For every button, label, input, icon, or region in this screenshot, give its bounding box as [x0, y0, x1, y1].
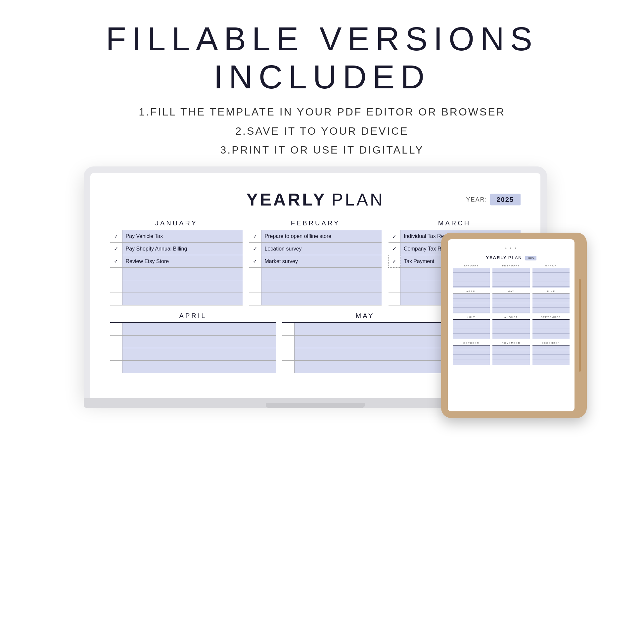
table-row [110, 360, 276, 373]
table-row [110, 323, 276, 335]
tablet: • • • YEARLY PLAN 2025 JANUARY FEBRUARY [441, 233, 587, 418]
item-cell-empty [122, 348, 276, 360]
step-1: 1.FILL THE TEMPLATE IN YOUR PDF EDITOR O… [0, 103, 644, 122]
check-cell: ✓ [110, 255, 122, 268]
check-cell-empty [110, 323, 122, 335]
may-table [282, 322, 448, 373]
tablet-wrapper: • • • YEARLY PLAN 2025 JANUARY FEBRUARY [441, 233, 587, 418]
table-row [110, 293, 243, 305]
item-cell-empty [294, 335, 448, 348]
tablet-month-feb: FEBRUARY [492, 264, 529, 288]
table-row [282, 323, 448, 335]
header: FILLABLE VERSIONS INCLUDED 1.FILL THE TE… [0, 0, 644, 166]
year-value: 2025 [490, 194, 521, 205]
plan-label: PLAN [332, 190, 385, 209]
yearly-label: YEARLY [247, 190, 327, 209]
tablet-month-apr: APRIL [453, 290, 490, 313]
table-row [110, 348, 276, 360]
check-cell-empty [389, 268, 400, 280]
table-row [110, 335, 276, 348]
item-cell: Location survey [261, 243, 382, 255]
item-cell-empty [122, 360, 276, 373]
tablet-side [578, 239, 582, 411]
table-row: ✓ Pay Shopify Annual Billing [110, 243, 243, 255]
table-row [282, 335, 448, 348]
tablet-month-mar: MARCH [532, 264, 570, 288]
step-2: 2.SAVE IT TO YOUR DEVICE [0, 122, 644, 141]
check-cell: ✓ [389, 243, 400, 255]
tablet-month-jun: JUNE [532, 290, 570, 313]
tablet-months-grid: JANUARY FEBRUARY MARCH [453, 264, 570, 365]
table-row: ✓ Market survey [249, 255, 382, 268]
tablet-month-dec: DECEMBER [532, 342, 570, 365]
step-3: 3.PRINT IT OR USE IT DIGITALLY [0, 141, 644, 160]
check-cell: ✓ [110, 243, 122, 255]
tablet-month-sep: SEPTEMBER [532, 316, 570, 339]
april-column: APRIL [110, 312, 276, 373]
table-row [282, 348, 448, 360]
tablet-month-jan: JANUARY [453, 264, 490, 288]
item-cell-empty [122, 268, 243, 280]
steps: 1.FILL THE TEMPLATE IN YOUR PDF EDITOR O… [0, 103, 644, 160]
tablet-plan: PLAN [508, 255, 522, 260]
february-title: FEBRUARY [249, 219, 382, 227]
item-cell-empty [294, 348, 448, 360]
table-row: ✓ Location survey [249, 243, 382, 255]
check-cell-empty [110, 360, 122, 373]
check-cell-empty [110, 335, 122, 348]
check-cell-empty [110, 293, 122, 305]
check-cell-empty [389, 280, 400, 293]
january-table: ✓ Pay Vehicle Tax ✓ Pay Shopify Annual B… [110, 230, 243, 306]
item-cell-empty [122, 293, 243, 305]
check-cell-empty [282, 335, 294, 348]
check-cell-empty [249, 268, 261, 280]
year-label: YEAR: [466, 196, 487, 203]
check-cell-empty [249, 293, 261, 305]
may-column: MAY [282, 312, 448, 373]
april-title: APRIL [110, 312, 276, 320]
tablet-stylus [579, 279, 581, 372]
tablet-month-jul: JULY [453, 316, 490, 339]
yearly-plan-header: YEARLY PLAN YEAR: 2025 [110, 190, 521, 209]
check-cell-empty [389, 293, 400, 305]
item-cell-empty [261, 293, 382, 305]
table-row [110, 280, 243, 293]
january-column: JANUARY ✓ Pay Vehicle Tax ✓ Pay Shopify … [110, 219, 243, 306]
item-cell-empty [294, 323, 448, 335]
table-row: ✓ Pay Vehicle Tax [110, 230, 243, 243]
item-cell: Review Etsy Store [122, 255, 243, 268]
tablet-year: 2025 [525, 256, 536, 260]
tablet-month-aug: AUGUST [492, 316, 529, 339]
table-row: ✓ Review Etsy Store [110, 255, 243, 268]
year-badge: YEAR: 2025 [466, 194, 521, 205]
item-cell-empty [122, 323, 276, 335]
item-cell: Pay Shopify Annual Billing [122, 243, 243, 255]
check-cell: ✓ [389, 255, 400, 268]
check-cell-empty [110, 280, 122, 293]
check-cell: ✓ [249, 255, 261, 268]
tablet-yearly: YEARLY [486, 255, 507, 260]
item-cell-empty [261, 268, 382, 280]
january-title: JANUARY [110, 219, 243, 227]
table-row: ✓ Prepare to open offline store [249, 230, 382, 243]
tablet-screen: • • • YEARLY PLAN 2025 JANUARY FEBRUARY [448, 239, 575, 411]
check-cell: ✓ [110, 230, 122, 243]
check-cell: ✓ [249, 243, 261, 255]
check-cell-empty [249, 280, 261, 293]
check-cell-empty [282, 323, 294, 335]
item-cell-empty [122, 335, 276, 348]
tablet-month-oct: OCTOBER [453, 342, 490, 365]
item-cell-empty [122, 280, 243, 293]
may-title: MAY [282, 312, 448, 320]
check-cell-empty [282, 348, 294, 360]
check-cell-empty [110, 348, 122, 360]
table-row [249, 293, 382, 305]
february-column: FEBRUARY ✓ Prepare to open offline store… [249, 219, 382, 306]
item-cell: Pay Vehicle Tax [122, 230, 243, 243]
tablet-month-nov: NOVEMBER [492, 342, 529, 365]
check-cell-empty [110, 268, 122, 280]
check-cell-empty [282, 360, 294, 373]
check-cell: ✓ [249, 230, 261, 243]
table-row [110, 268, 243, 280]
tablet-dots: • • • [453, 246, 570, 251]
